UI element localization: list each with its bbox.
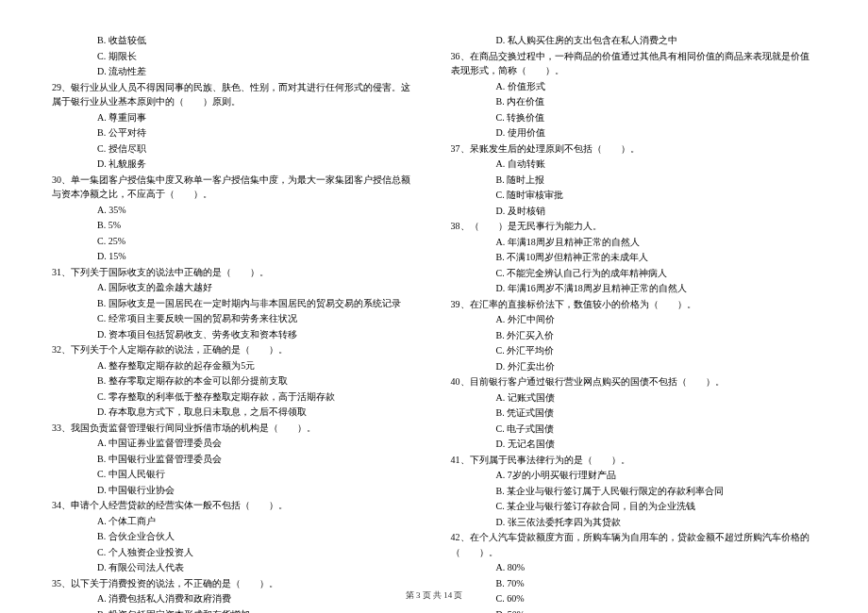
option: C. 随时审核审批	[451, 188, 817, 203]
option: B. 公平对待	[52, 125, 418, 141]
option: A. 尊重同事	[52, 110, 418, 125]
option: A. 中国证券业监督管理委员会	[52, 436, 418, 451]
option: C. 授信尽职	[52, 141, 418, 157]
option: A. 记账式国债	[451, 390, 817, 406]
option: C. 某企业与银行签订存款合同，目的为企业洗钱	[451, 499, 817, 514]
option: C. 中国人民银行	[52, 467, 418, 482]
option: B. 中国银行业监督管理委员会	[52, 452, 418, 467]
option: B. 70%	[451, 576, 817, 591]
option: D. 私人购买住房的支出包含在私人消费之中	[451, 33, 817, 48]
option: B. 凭证式国债	[451, 406, 817, 421]
page-footer: 第 3 页 共 14 页	[0, 589, 868, 602]
question-37: 37、呆账发生后的处理原则不包括（ ）。	[451, 141, 817, 157]
question-34: 34、申请个人经营贷款的经营实体一般不包括（ ）。	[52, 498, 418, 513]
option: D. 50%	[451, 607, 817, 614]
option: B. 外汇买入价	[451, 328, 817, 343]
option: B. 投资包括固定资本形成和存货增加	[52, 607, 418, 614]
option: D. 张三依法委托李四为其贷款	[451, 515, 817, 530]
question-35: 35、以下关于消费投资的说法，不正确的是（ ）。	[52, 576, 418, 591]
option: D. 有限公司法人代表	[52, 560, 418, 575]
option: B. 不满10周岁但精神正常的未成年人	[451, 250, 817, 265]
option: B. 某企业与银行签订属于人民银行限定的存款利率合同	[451, 484, 817, 499]
option: C. 转换价值	[451, 110, 817, 125]
option: C. 25%	[52, 234, 418, 249]
option: A. 自动转账	[451, 157, 817, 172]
question-32: 32、下列关于个人定期存款的说法，正确的是（ ）。	[52, 342, 418, 357]
option: C. 外汇平均价	[451, 343, 817, 358]
option: A. 35%	[52, 203, 418, 218]
question-30: 30、单一集团客户授信集中度又称单一客户授信集中度，为最大一家集团客户授信总额与…	[52, 173, 418, 202]
question-39: 39、在汇率的直接标价法下，数值较小的价格为（ ）。	[451, 297, 817, 312]
option: B. 5%	[52, 218, 418, 233]
option: B. 合伙企业合伙人	[52, 529, 418, 544]
option: A. 7岁的小明买银行理财产品	[451, 468, 817, 483]
option: A. 年满18周岁且精神正常的自然人	[451, 235, 817, 250]
question-36: 36、在商品交换过程中，一种商品的价值通过其他具有相同价值的商品来表现就是价值表…	[451, 49, 817, 78]
option: D. 存本取息方式下，取息日未取息，之后不得领取	[52, 405, 418, 420]
option: C. 零存整取的利率低于整存整取定期存款，高于活期存款	[52, 389, 418, 405]
option: A. 个体工商户	[52, 514, 418, 529]
option: D. 无记名国债	[451, 437, 817, 452]
option: D. 年满16周岁不满18周岁且精神正常的自然人	[451, 281, 817, 296]
option: D. 15%	[52, 249, 418, 264]
option: C. 个人独资企业投资人	[52, 545, 418, 560]
option: B. 国际收支是一国居民在一定时期内与非本国居民的贸易交易的系统记录	[52, 296, 418, 311]
option: B. 随时上报	[451, 173, 817, 188]
question-33: 33、我国负责监督管理银行间同业拆借市场的机构是（ ）。	[52, 421, 418, 436]
option: B. 整存零取定期存款的本金可以部分提前支取	[52, 373, 418, 389]
option: C. 经常项目主要反映一国的贸易和劳务来往状况	[52, 311, 418, 326]
two-column-layout: B. 收益较低 C. 期限长 D. 流动性差 29、银行业从业人员不得因同事的民…	[52, 33, 816, 575]
option: D. 使用价值	[451, 125, 817, 141]
option: A. 整存整取定期存款的起存金额为5元	[52, 358, 418, 373]
option: B. 收益较低	[52, 33, 418, 48]
option: C. 电子式国债	[451, 422, 817, 437]
option: A. 国际收支的盈余越大越好	[52, 280, 418, 295]
option: D. 及时核销	[451, 204, 817, 219]
option: D. 中国银行业协会	[52, 483, 418, 498]
question-40: 40、目前银行客户通过银行营业网点购买的国债不包括（ ）。	[451, 374, 817, 389]
question-42: 42、在个人汽车贷款额度方面，所购车辆为自用车的，贷款金额不超过所购汽车价格的（…	[451, 530, 817, 559]
option: D. 流动性差	[52, 64, 418, 79]
option: A. 外汇中间价	[451, 312, 817, 327]
right-column: D. 私人购买住房的支出包含在私人消费之中 36、在商品交换过程中，一种商品的价…	[451, 33, 817, 575]
option: D. 外汇卖出价	[451, 359, 817, 374]
option: A. 价值形式	[451, 79, 817, 94]
option: C. 不能完全辨认自己行为的成年精神病人	[451, 266, 817, 281]
option: D. 资本项目包括贸易收支、劳务收支和资本转移	[52, 327, 418, 342]
option: D. 礼貌服务	[52, 157, 418, 172]
option: C. 期限长	[52, 49, 418, 64]
left-column: B. 收益较低 C. 期限长 D. 流动性差 29、银行业从业人员不得因同事的民…	[52, 33, 418, 575]
question-38: 38、（ ）是无民事行为能力人。	[451, 219, 817, 234]
option: B. 内在价值	[451, 94, 817, 109]
question-31: 31、下列关于国际收支的说法中正确的是（ ）。	[52, 265, 418, 280]
question-29: 29、银行业从业人员不得因同事的民族、肤色、性别，而对其进行任何形式的侵害。这属…	[52, 80, 418, 109]
question-41: 41、下列属于民事法律行为的是（ ）。	[451, 453, 817, 468]
option: A. 80%	[451, 560, 817, 575]
